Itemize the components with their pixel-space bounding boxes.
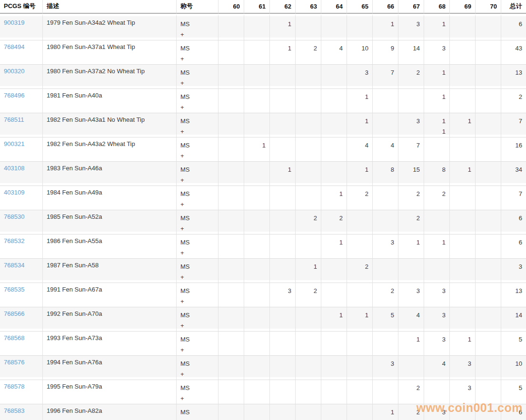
grade-61-count-cell (244, 65, 270, 89)
grade-66-count-cell (373, 380, 398, 404)
grade-61-count-cell (244, 307, 270, 332)
grade-68-count-cell: 1 (424, 234, 450, 259)
pcgs-number-link[interactable]: 768535 (4, 286, 24, 293)
table-row: 7685351991 Fen Sun-A67aMS+3223313 (0, 283, 526, 307)
grade-70-count-cell (476, 307, 501, 332)
grade-61-count-cell (244, 210, 270, 234)
col-header-grade-63: 63 (296, 0, 321, 14)
pcgs-number-link[interactable]: 768496 (4, 92, 24, 99)
grade-60-count-cell (218, 356, 244, 380)
grade-70-count-cell (476, 186, 501, 210)
table-body: 9003191979 Fen Sun-A34a2 Wheat TipMS+113… (0, 14, 526, 420)
grade-60-count-cell (218, 14, 244, 40)
pcgs-number-link[interactable]: 900321 (4, 140, 24, 147)
pcgs-number-link[interactable]: 900319 (4, 19, 24, 26)
col-header-grade-62: 62 (270, 0, 296, 14)
grade-68-count-cell: 3 (424, 332, 450, 356)
designation-cell: MS+ (177, 186, 218, 210)
grade-70-count-cell (476, 89, 501, 113)
pcgs-number-link[interactable]: 768511 (4, 116, 24, 123)
grade-65-count-cell: 10 (347, 40, 373, 65)
grade-65-count-cell (347, 332, 373, 356)
grade-60-count-cell (218, 113, 244, 137)
total-count-cell: 7 (501, 113, 526, 137)
pcgs-number-link[interactable]: 768530 (4, 213, 24, 220)
pcgs-number-link[interactable]: 768578 (4, 383, 24, 390)
grade-66-count-cell: 4 (373, 137, 398, 162)
pcgs-number-link[interactable]: 900320 (4, 68, 24, 75)
table-row: 9003211982 Fen Sun-A43a2 Wheat TipMS+144… (0, 137, 526, 162)
pcgs-number-link[interactable]: 403109 (4, 189, 24, 196)
grade-70-count-cell (476, 65, 501, 89)
grade-68-count-cell: 3 (424, 307, 450, 332)
grade-64-count-cell (321, 356, 347, 380)
pcgs-number-link[interactable]: 768576 (4, 359, 24, 366)
pcgs-number-cell: 403109 (0, 186, 43, 210)
grade-65-count-cell (347, 14, 373, 40)
grade-69-count-cell (450, 14, 476, 40)
grade-70-count-cell (476, 210, 501, 234)
pcgs-number-cell: 768578 (0, 380, 43, 404)
grade-60-count-cell (218, 259, 244, 283)
grade-63-count-cell (296, 404, 321, 420)
pcgs-number-link[interactable]: 768566 (4, 310, 24, 317)
grade-68-count-cell: 3 (424, 40, 450, 65)
coin-description: 1994 Fen Sun-A76a (43, 356, 177, 380)
population-table: PCGS 编号 描述 称号 60 61 62 63 64 65 66 67 68… (0, 0, 526, 420)
grade-60-count-cell (218, 380, 244, 404)
pcgs-number-cell: 768534 (0, 259, 43, 283)
total-count-cell: 5 (501, 380, 526, 404)
grade-64-count-cell: 1 (321, 234, 347, 259)
pcgs-number-cell: 900321 (0, 137, 43, 162)
designation-cell: MS+ (177, 65, 218, 89)
col-header-grade-70: 70 (476, 0, 501, 14)
coin-description: 1995 Fen Sun-A79a (43, 380, 177, 404)
grade-64-count-cell (321, 113, 347, 137)
grade-64-count-cell (321, 380, 347, 404)
grade-67-count-cell: 7 (398, 137, 424, 162)
table-row: 7685661992 Fen Sun-A70aMS+1154314 (0, 307, 526, 332)
table-row: 9003201980 Fen Sun-A37a2 No Wheat TipMS+… (0, 65, 526, 89)
coin-description: 1984 Fen Sun-A49a (43, 186, 177, 210)
table-row: 7685301985 Fen Sun-A52aMS+2226 (0, 210, 526, 234)
grade-61-count-cell (244, 186, 270, 210)
grade-64-count-cell (321, 283, 347, 307)
designation-cell: MS+ (177, 283, 218, 307)
grade-65-count-cell: 3 (347, 65, 373, 89)
grade-67-count-cell: 15 (398, 162, 424, 186)
pcgs-number-link[interactable]: 768494 (4, 43, 24, 50)
col-header-designation: 称号 (177, 0, 218, 14)
grade-65-count-cell: 1 (347, 89, 373, 113)
grade-61-count-cell (244, 14, 270, 40)
grade-68-count-cell (424, 259, 450, 283)
pcgs-number-link[interactable]: 768532 (4, 237, 24, 244)
grade-69-count-cell (450, 40, 476, 65)
total-count-cell: 34 (501, 162, 526, 186)
grade-66-count-cell: 2 (373, 283, 398, 307)
grade-62-count-cell (270, 332, 296, 356)
table-row: 7685321986 Fen Sun-A55aMS+13116 (0, 234, 526, 259)
grade-68-count-cell: 3 (424, 283, 450, 307)
grade-62-count-cell (270, 186, 296, 210)
grade-67-count-cell: 3 (398, 283, 424, 307)
grade-67-count-cell: 1 (398, 332, 424, 356)
pcgs-number-link[interactable]: 768568 (4, 334, 24, 342)
pcgs-number-link[interactable]: 768534 (4, 262, 24, 269)
grade-68-count-cell: 2 (424, 186, 450, 210)
grade-67-count-cell: 1 (398, 234, 424, 259)
grade-63-count-cell: 2 (296, 40, 321, 65)
pcgs-number-link[interactable]: 403108 (4, 165, 24, 172)
grade-70-count-cell (476, 162, 501, 186)
grade-65-count-cell (347, 356, 373, 380)
total-count-cell: 7 (501, 186, 526, 210)
grade-65-count-cell (347, 283, 373, 307)
total-count-cell: 6 (501, 210, 526, 234)
coin-description: 1987 Fen Sun-A58 (43, 259, 177, 283)
total-count-cell: 14 (501, 307, 526, 332)
grade-61-count-cell (244, 332, 270, 356)
grade-68-count-cell (424, 137, 450, 162)
grade-61-count-cell (244, 356, 270, 380)
coin-description: 1996 Fen Sun-A82a (43, 404, 177, 420)
pcgs-number-cell: 900320 (0, 65, 43, 89)
pcgs-number-link[interactable]: 768583 (4, 407, 24, 414)
